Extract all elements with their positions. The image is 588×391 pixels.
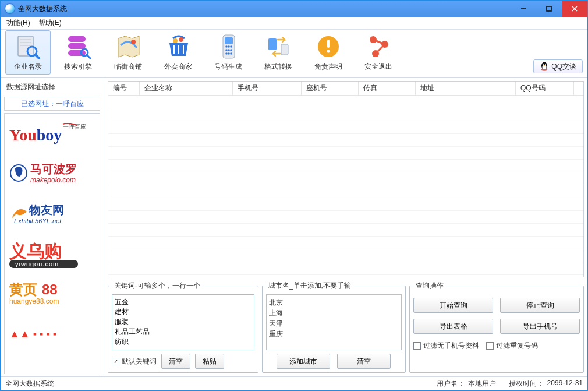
minimize-button[interactable]	[511, 1, 536, 17]
table-row	[108, 224, 583, 237]
source-56ye[interactable]: 物友网Exhibit.56YE.net	[9, 200, 95, 230]
svg-text:义乌购: 义乌购	[9, 241, 62, 260]
maximize-button[interactable]	[536, 1, 562, 17]
keywords-legend: 关键词-可输多个，一行一个	[112, 281, 203, 291]
menu-help[interactable]: 帮助(E)	[38, 18, 62, 28]
svg-text:makepolo.com: makepolo.com	[30, 176, 76, 184]
source-yiwugou[interactable]: 义乌购yiwugou.com	[9, 239, 95, 270]
filter-no-mobile-label: 过滤无手机号资料	[423, 341, 479, 351]
stop-query-button[interactable]: 停止查询	[500, 298, 580, 313]
tool-disclaimer[interactable]: 免责声明	[306, 30, 351, 75]
table-col-0[interactable]: 编号	[108, 82, 140, 95]
table-row	[108, 108, 583, 121]
status-user-label: 用户名：	[437, 379, 465, 389]
table-col-2[interactable]: 手机号	[233, 82, 302, 95]
warning-icon	[314, 34, 342, 59]
table-row	[108, 96, 583, 108]
table-col-1[interactable]: 企业名称	[140, 82, 233, 95]
sidebar-title: 数据源网址选择	[3, 80, 101, 94]
keywords-textarea[interactable]	[112, 294, 254, 350]
svg-rect-10	[68, 36, 86, 42]
list-item[interactable]: 北京	[269, 297, 399, 308]
database-search-icon	[64, 34, 92, 59]
table-col-5[interactable]: 地址	[416, 82, 516, 95]
tool-label: 格式转换	[264, 62, 292, 72]
table-col-4[interactable]: 传真	[359, 82, 416, 95]
default-keywords-checkbox[interactable]: ✓ 默认关键词	[112, 357, 157, 367]
export-mobile-button[interactable]: 导出手机号	[500, 319, 580, 334]
svg-line-41	[376, 44, 385, 54]
tool-label: 搜索引擎	[64, 62, 92, 72]
svg-point-44	[543, 64, 544, 65]
data-source-list[interactable]: Youboy一呼百应 马可波罗makepolo.com 物友网Exhibit.5…	[4, 113, 100, 374]
svg-text:黄页: 黄页	[9, 281, 37, 297]
source-huangye88[interactable]: 黄页88huangye88.com	[9, 279, 95, 309]
tool-enterprise-directory[interactable]: 企业名录	[5, 30, 51, 75]
document-search-icon	[14, 34, 42, 59]
list-item[interactable]: 天津	[269, 318, 399, 329]
query-legend: 查询操作	[413, 281, 446, 291]
toolbar: 企业名录 搜索引擎 临街商铺 外卖商家 号码生成 格式转换 免责声明 安全退出	[1, 30, 587, 78]
filter-no-mobile-checkbox[interactable]: 过滤无手机号资料	[413, 341, 479, 351]
list-item[interactable]: 上海	[269, 308, 399, 318]
start-query-button[interactable]: 开始查询	[413, 298, 493, 313]
table-body[interactable]	[108, 96, 583, 277]
table-col-6[interactable]: QQ号码	[516, 82, 574, 95]
menu-function[interactable]: 功能(H)	[6, 18, 30, 28]
close-button[interactable]	[562, 1, 587, 17]
svg-rect-1	[547, 6, 551, 11]
source-more[interactable]: ▲▲ ▪ ▪ ▪ ▪	[9, 319, 95, 349]
svg-point-46	[544, 65, 546, 66]
status-app-name: 全网大数据系统	[5, 379, 54, 389]
keywords-panel: 关键词-可输多个，一行一个 ✓ 默认关键词 清空 粘贴	[108, 281, 258, 373]
add-city-button[interactable]: 添加城市	[277, 354, 330, 369]
status-auth-label: 授权时间：	[509, 379, 544, 389]
table-row	[108, 237, 583, 249]
table-row	[108, 160, 583, 172]
svg-text:Youboy: Youboy	[9, 126, 62, 144]
table-row	[108, 211, 583, 224]
keywords-paste-button[interactable]: 粘贴	[195, 354, 224, 369]
export-table-button[interactable]: 导出表格	[413, 319, 493, 334]
table-col-3[interactable]: 座机号	[302, 82, 359, 95]
svg-point-15	[131, 40, 136, 44]
exit-icon	[364, 34, 392, 59]
source-youboy[interactable]: Youboy一呼百应	[9, 121, 95, 151]
source-makepolo[interactable]: 马可波罗makepolo.com	[9, 160, 95, 191]
svg-point-26	[225, 49, 228, 51]
qq-icon	[540, 61, 549, 72]
svg-line-14	[87, 55, 90, 58]
map-icon	[114, 34, 142, 59]
status-bar: 全网大数据系统 用户名：本地用户 授权时间：2099-12-31	[1, 376, 587, 390]
svg-point-28	[230, 49, 232, 51]
chosen-url-label[interactable]: 已选网址：一呼百应	[4, 97, 100, 111]
list-item[interactable]: 重庆	[269, 329, 399, 339]
table-header: 编号企业名称手机号座机号传真地址QQ号码	[108, 82, 583, 96]
cities-clear-button[interactable]: 清空	[337, 354, 391, 369]
svg-point-27	[228, 49, 230, 51]
table-row	[108, 121, 583, 134]
title-bar: 全网大数据系统	[1, 1, 587, 17]
keywords-clear-button[interactable]: 清空	[161, 354, 190, 369]
cities-listbox[interactable]: 北京上海天津重庆	[266, 294, 402, 350]
phone-icon	[214, 34, 242, 59]
table-row	[108, 147, 583, 160]
status-auth-value: 2099-12-31	[547, 379, 583, 389]
tool-street-shops[interactable]: 临街商铺	[105, 30, 151, 75]
tool-label: 外卖商家	[164, 62, 192, 72]
tool-label: 免责声明	[314, 62, 342, 72]
app-window: 全网大数据系统 功能(H) 帮助(E) 企业名录 搜索引擎 临街商铺 外卖商家	[0, 0, 588, 391]
tool-number-generate[interactable]: 号码生成	[206, 30, 251, 75]
qq-chat-button[interactable]: QQ交谈	[533, 59, 583, 73]
filter-duplicate-checkbox[interactable]: 过滤重复号码	[486, 341, 538, 351]
main-area: 编号企业名称手机号座机号传真地址QQ号码 关键词-可输多个，一行一个 ✓ 默认关…	[104, 78, 587, 376]
svg-rect-35	[327, 40, 330, 48]
tool-safe-exit[interactable]: 安全退出	[356, 30, 401, 75]
svg-line-9	[36, 55, 39, 58]
tool-search-engine[interactable]: 搜索引擎	[55, 30, 101, 75]
cities-legend: 城市名_单击添加,不要手输	[266, 281, 353, 291]
tool-format-convert[interactable]: 格式转换	[256, 30, 301, 75]
svg-point-31	[230, 52, 232, 55]
tool-label: 临街商铺	[114, 62, 142, 72]
tool-delivery-merchants[interactable]: 外卖商家	[155, 30, 201, 75]
